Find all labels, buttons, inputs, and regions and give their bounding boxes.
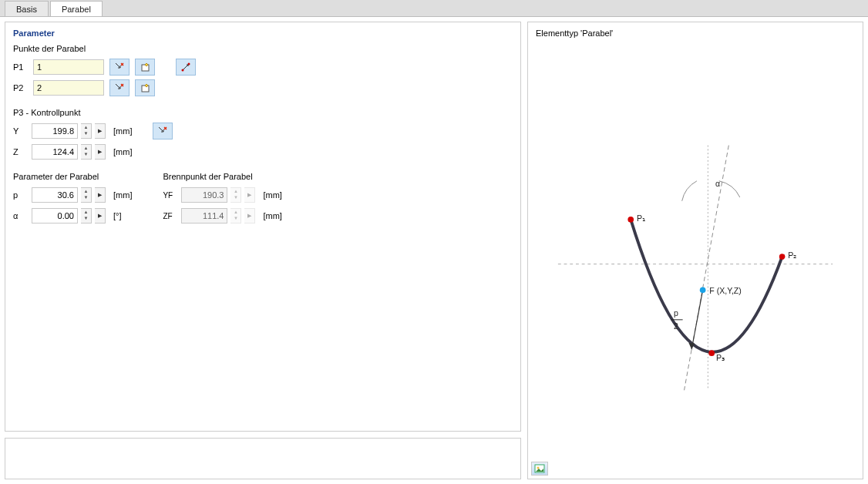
z-spinner[interactable]: ▲▼ [81, 144, 92, 160]
alpha-input[interactable] [32, 208, 78, 224]
yf-spinner: ▲▼ [230, 187, 241, 203]
yf-unit: [mm] [263, 190, 281, 200]
image-export-icon[interactable] [531, 462, 548, 476]
p1-input[interactable] [33, 59, 104, 75]
swap-points-icon[interactable] [176, 59, 196, 76]
section-points-title: Punkte der Parabel [13, 44, 513, 53]
parameter-panel: Parameter Punkte der Parabel P1 [5, 22, 521, 432]
new-p2-icon[interactable] [135, 79, 155, 96]
p2-diagram-label: P₂ [788, 250, 796, 260]
alpha-unit: [°] [113, 211, 122, 220]
footer-panel [5, 438, 521, 479]
p1-diagram-label: P₁ [637, 213, 645, 223]
svg-point-16 [779, 254, 786, 260]
p-unit: [mm] [113, 190, 132, 200]
z-input[interactable] [32, 144, 78, 160]
zf-menu-button: ▶ [244, 208, 255, 224]
pick-p2-icon[interactable] [109, 79, 130, 96]
y-unit: [mm] [113, 126, 132, 136]
z-unit: [mm] [113, 147, 132, 156]
alpha-menu-button[interactable]: ▶ [95, 208, 106, 224]
y-input[interactable] [32, 123, 78, 139]
pick-p1-icon[interactable] [109, 59, 130, 76]
z-label: Z [13, 147, 29, 156]
yf-menu-button: ▶ [244, 187, 255, 203]
tab-basis[interactable]: Basis [5, 1, 49, 16]
alpha-spinner[interactable]: ▲▼ [81, 208, 92, 224]
alpha-diagram-label: α [715, 179, 720, 188]
pick-p3-icon[interactable] [153, 123, 173, 139]
pover2-den: 2 [674, 321, 678, 331]
pover2-num: p [674, 308, 678, 318]
yf-output [181, 187, 227, 203]
section-param-title: Parameter der Parabel [13, 172, 132, 181]
section-control-title: P3 - Kontrollpunkt [13, 108, 513, 117]
p2-input[interactable] [33, 80, 104, 96]
y-spinner[interactable]: ▲▼ [81, 123, 92, 139]
zf-label: ZF [163, 212, 178, 220]
p2-label: P2 [13, 83, 30, 92]
zf-unit: [mm] [263, 211, 281, 220]
tab-strip: Basis Parabel [0, 0, 868, 17]
p3-diagram-label: P₃ [716, 353, 725, 362]
p-menu-button[interactable]: ▶ [95, 187, 106, 203]
svg-point-15 [627, 217, 634, 223]
p-spinner[interactable]: ▲▼ [81, 187, 92, 203]
diagram-area: P₁ P₂ P₃ F (X,Y,Z) α p 2 [536, 42, 855, 471]
new-p1-icon[interactable] [135, 59, 155, 76]
p1-label: P1 [13, 62, 30, 72]
p-label: p [13, 190, 29, 200]
f-diagram-label: F (X,Y,Z) [709, 286, 742, 295]
panel-title: Parameter [13, 29, 513, 38]
y-menu-button[interactable]: ▶ [95, 123, 106, 139]
p-input[interactable] [32, 187, 78, 203]
tab-parabel[interactable]: Parabel [50, 1, 103, 16]
zf-output [181, 208, 227, 224]
diagram-title: Elementtyp 'Parabel' [536, 29, 855, 38]
section-focus-title: Brennpunkt der Parabel [163, 172, 281, 181]
svg-point-17 [708, 350, 715, 356]
diagram-panel: Elementtyp 'Parabel' [527, 22, 863, 479]
zf-spinner: ▲▼ [230, 208, 241, 224]
svg-point-18 [700, 287, 706, 293]
yf-label: YF [163, 191, 178, 200]
y-label: Y [13, 126, 29, 136]
svg-line-13 [691, 290, 702, 349]
z-menu-button[interactable]: ▶ [95, 144, 106, 160]
alpha-label: α [13, 211, 29, 220]
